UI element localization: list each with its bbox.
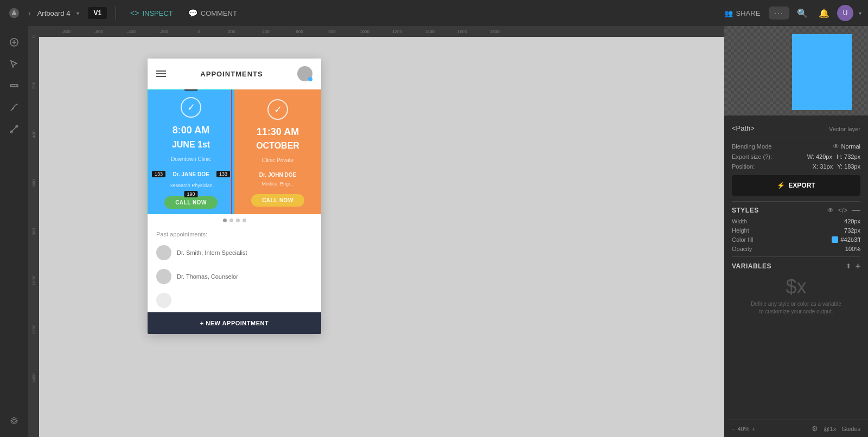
hamburger-line-1 (156, 70, 166, 72)
ruler-vmark-800: 800 (31, 228, 36, 235)
variables-section: $x Define any style or color as a variab… (732, 275, 860, 316)
position-x: X: 31px (813, 163, 833, 170)
pen-tool[interactable] (4, 98, 24, 117)
export-size-row: Export size (?): W: 420px H: 732px (732, 153, 860, 160)
variables-section-header: VARIABLES ⬆ + (732, 261, 860, 271)
ruler-vmark-200: 200 (31, 82, 36, 89)
ruler-vmark-400: 400 (31, 131, 36, 138)
past-item-3[interactable] (148, 288, 321, 312)
ruler-vmark-1000: 1000 (31, 276, 36, 286)
zoom-control[interactable]: − 40% + (732, 426, 755, 432)
carousel-dot-4[interactable] (242, 218, 246, 222)
user-avatar[interactable]: U (837, 5, 853, 21)
measure-tool[interactable] (4, 76, 24, 95)
notification-button[interactable]: 🔔 (815, 4, 833, 22)
ruler-mark-1600: 1600 (457, 29, 467, 34)
user-dropdown[interactable]: ▾ (859, 10, 861, 16)
variables-icons: ⬆ + (846, 261, 860, 271)
check-icon-1: ✓ (181, 97, 201, 118)
position-row: Position: X: 31px Y: 183px (732, 163, 860, 170)
nav-back-chevron[interactable]: › (28, 9, 31, 17)
export-width: W: 420px (807, 153, 832, 160)
comment-icon: 💬 (188, 9, 197, 17)
upload-icon[interactable]: ⬆ (846, 262, 851, 270)
path-title: <Path> (732, 124, 755, 132)
inspect-icon: <> (130, 9, 139, 17)
export-size-label: Export size (?): (732, 153, 772, 160)
ruler-mark-1000: 1000 (360, 29, 369, 34)
appointment-card-2[interactable]: ✓ 11:30 AM OCTOBER Clinic Private Dr. JO… (234, 89, 321, 214)
ruler-mark-400n: -400 (127, 29, 136, 34)
styles-icons: 👁 </> — (827, 206, 860, 215)
export-button[interactable]: ⚡ EXPORT (732, 175, 860, 196)
hamburger-line-2 (156, 73, 166, 74)
toolbar-divider-1 (116, 7, 116, 20)
edit-tool[interactable] (4, 119, 24, 139)
card2-date: OCTOBER (256, 141, 299, 151)
past-item-1[interactable]: Dr. Smith, Intern Specialist (148, 241, 321, 265)
artboard-dropdown[interactable]: ▾ (76, 10, 79, 16)
card2-location: Clinic Private (262, 157, 293, 163)
card1-doctor: Dr. JANE DOE (173, 171, 209, 177)
ruler-vmark-0: 0 (31, 35, 36, 37)
ruler-mark-200n: -200 (159, 29, 168, 34)
user-avatar-app[interactable] (297, 66, 312, 81)
carousel-dot-3[interactable] (236, 218, 240, 222)
call-now-btn-1[interactable]: CALL NOW (164, 196, 218, 209)
dots-label: ··· (774, 9, 784, 17)
new-appointment-bar[interactable]: + NEW APPOINTMENT (148, 312, 321, 334)
version-badge[interactable]: V1 (88, 7, 107, 19)
canvas-area[interactable]: -800 -600 -400 -200 0 200 400 600 800 10… (28, 26, 724, 437)
main-layout: -800 -600 -400 -200 0 200 400 600 800 10… (0, 26, 868, 437)
avatar-online-dot (308, 77, 312, 81)
opacity-row: Opacity 100% (732, 246, 860, 252)
zoom-minus[interactable]: − (732, 426, 735, 432)
zoom-level: 40% (737, 426, 749, 432)
move-tool[interactable] (4, 33, 24, 52)
appointment-card-1[interactable]: 508 ✓ 8:00 AM JUNE 1st Downtown Clinic 1… (148, 89, 234, 214)
color-swatch[interactable] (832, 236, 838, 243)
comment-nav[interactable]: 💬 COMMENT (183, 7, 242, 20)
inspect-label: INSPECT (142, 9, 173, 17)
eye-icon[interactable]: 👁 (833, 143, 839, 150)
call-now-btn-2[interactable]: CALL NOW (251, 194, 304, 207)
share-button[interactable]: 👥 SHARE (724, 9, 761, 17)
blending-label: Blending Mode (732, 143, 771, 150)
panel-content: <Path> Vector layer Blending Mode 👁 Norm… (724, 115, 868, 420)
settings-icon[interactable]: ⚙ (812, 425, 818, 433)
ruler-vmark-1400: 1400 (31, 374, 36, 383)
ruler-mark-200: 200 (228, 29, 235, 34)
add-variable-icon[interactable]: + (856, 261, 860, 271)
past-avatar-3 (156, 293, 171, 308)
carousel-dot-1[interactable] (223, 218, 227, 222)
app-logo[interactable] (7, 5, 22, 21)
more-options-button[interactable]: ··· (769, 7, 789, 20)
zoom-plus[interactable]: + (751, 426, 755, 432)
width-value: 420px (844, 218, 860, 224)
left-toolbar (0, 26, 28, 437)
carousel-dot-2[interactable] (229, 218, 233, 222)
eye-styles-icon[interactable]: 👁 (827, 207, 834, 214)
search-button[interactable]: 🔍 (794, 4, 811, 22)
divider-2 (732, 201, 860, 202)
width-label: Width (732, 218, 747, 224)
inspect-nav[interactable]: <> INSPECT (125, 7, 178, 20)
layers-tool[interactable] (4, 411, 24, 430)
ruler-vmark-600: 600 (31, 179, 36, 187)
new-appointment-label: + NEW APPOINTMENT (200, 320, 269, 326)
carousel-dots (148, 214, 321, 227)
code-icon[interactable]: </> (838, 207, 847, 214)
opacity-label: Opacity (732, 246, 752, 252)
layer-type: Vector layer (829, 126, 860, 132)
dollar-sign: $x (732, 275, 860, 298)
past-avatar-2 (156, 269, 171, 284)
measure-label-133-right: 133 (216, 171, 230, 177)
cards-carousel[interactable]: 508 ✓ 8:00 AM JUNE 1st Downtown Clinic 1… (148, 89, 321, 214)
height-value: 732px (844, 227, 860, 234)
hamburger-menu[interactable] (156, 70, 166, 77)
past-item-2[interactable]: Dr. Thomas, Counselor (148, 265, 321, 288)
select-tool[interactable] (4, 54, 24, 74)
ruler-vertical: 0 200 400 600 800 1000 1200 1400 (28, 26, 39, 437)
past-name-2: Dr. Thomas, Counselor (177, 273, 238, 280)
ruler-mark-600n: -600 (94, 29, 103, 34)
